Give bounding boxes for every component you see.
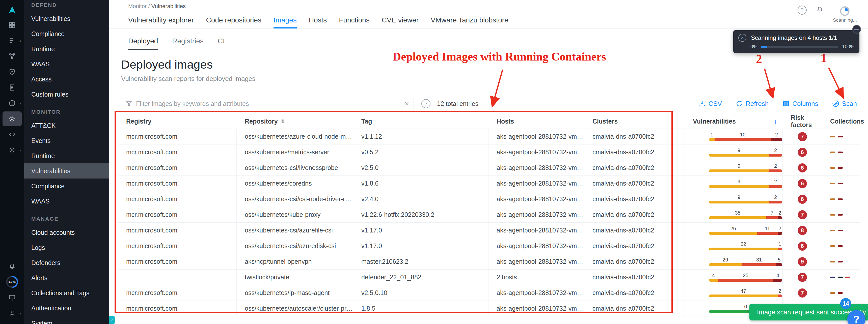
refresh-button-label: Refresh (746, 100, 769, 108)
scan-button[interactable]: Scan (832, 100, 857, 108)
table-row[interactable]: mcr.microsoft.comoss/kubernetes-csi/azur… (118, 238, 861, 254)
column-header-registry[interactable]: Registry (118, 114, 237, 129)
progress-start-label: 0% (750, 44, 757, 50)
risk-factor-badge: 8 (798, 226, 807, 235)
collection-chip (838, 245, 843, 247)
notifications-bell-icon[interactable] (2, 259, 22, 273)
column-header-risk-factors[interactable]: Risk factors (783, 114, 822, 129)
sidebar-item-alerts[interactable]: Alerts (24, 270, 109, 285)
columns-button[interactable]: Columns (782, 100, 818, 108)
sidebar-item-system[interactable]: System (24, 316, 109, 324)
sidebar-item-cloud-accounts[interactable]: Cloud accounts (24, 225, 109, 240)
sort-toggle-icon[interactable]: ⇅ (281, 119, 285, 124)
settings-gear-icon[interactable]: › (2, 143, 22, 157)
tab-code-repositories[interactable]: Code repositories (206, 11, 261, 28)
profile-icon[interactable]: › (2, 306, 22, 321)
vulnerability-bar: 92 (709, 195, 782, 203)
collection-chip (838, 167, 843, 169)
tab-vulnerability-explorer[interactable]: Vulnerability explorer (128, 11, 194, 28)
table-row[interactable]: mcr.microsoft.comoss/kubernetes/metrics-… (118, 144, 861, 160)
sidebar-item-events[interactable]: Events (24, 133, 109, 148)
vulnerability-count: 5 (776, 257, 782, 262)
table-row[interactable]: twistlock/privatedefender_22_01_8822 hos… (118, 269, 861, 285)
table-row[interactable]: mcr.microsoft.comoss/kubernetes-csi/azur… (118, 223, 861, 238)
usage-gauge[interactable]: 47% (2, 274, 22, 289)
filter-help-icon[interactable]: ? (422, 99, 431, 108)
csv-button[interactable]: CSV (699, 100, 722, 108)
sidebar-item-waas[interactable]: WAAS (24, 57, 109, 72)
sidebar-item-logs[interactable]: Logs (24, 240, 109, 255)
column-header-repository[interactable]: Repository⇅ (237, 114, 353, 129)
sidebar-item-defenders[interactable]: Defenders (24, 255, 109, 270)
vulnerability-segment (718, 279, 773, 282)
deploy-flow-icon[interactable] (2, 49, 22, 64)
table-row[interactable]: mcr.microsoft.comoss/kubernetes/azure-cl… (118, 129, 861, 144)
sort-desc-icon[interactable]: ↓ (774, 118, 777, 125)
tab-cve-viewer[interactable]: CVE viewer (382, 11, 418, 28)
subtab-deployed[interactable]: Deployed (128, 34, 158, 50)
tab-functions[interactable]: Functions (339, 11, 369, 28)
cancel-scan-icon[interactable]: ✕ (738, 34, 746, 42)
column-header-tag[interactable]: Tag (353, 114, 489, 129)
risk-factor-badge: 6 (798, 163, 807, 172)
tab-hosts[interactable]: Hosts (309, 11, 327, 28)
filter-funnel-icon (126, 100, 132, 107)
column-header-hosts[interactable]: Hosts (489, 114, 584, 129)
scan-report-icon[interactable] (2, 80, 22, 95)
table-row[interactable]: mcr.microsoft.comaks/hcp/tunnel-openvpnm… (118, 254, 861, 269)
vulnerability-segment (709, 279, 718, 282)
cell-collections (822, 254, 861, 269)
shield-icon[interactable] (2, 65, 22, 79)
incidents-alert-icon[interactable]: › (2, 96, 22, 110)
refresh-button[interactable]: Refresh (736, 100, 769, 108)
table-row[interactable]: mcr.microsoft.comoss/kubernetes/ip-masq-… (118, 285, 861, 301)
table-row[interactable]: mcr.microsoft.comoss/kubernetes/autoscal… (118, 301, 861, 317)
sidebar-item-authentication[interactable]: Authentication (24, 300, 109, 316)
filter-input[interactable] (136, 100, 404, 107)
column-header-vulnerabilities[interactable]: Vulnerabilities↓ (685, 114, 783, 129)
sidebar-item-vulnerabilities[interactable]: Vulnerabilities (24, 11, 109, 26)
policies-list-icon[interactable]: › (2, 33, 22, 48)
table-row[interactable]: mcr.microsoft.comoss/kubernetes/corednsv… (118, 176, 861, 191)
cell-clusters: cmalvia-dns-a0700fc2 (584, 285, 685, 300)
scan-status-indicator[interactable]: Scanning... (833, 5, 857, 23)
sidebar-item-collections-and-tags[interactable]: Collections and Tags (24, 285, 109, 300)
sidebar-item-waas[interactable]: WAAS (24, 194, 109, 209)
breadcrumb-section[interactable]: Monitor (128, 3, 147, 9)
cell-hosts: 2 hosts (489, 269, 584, 285)
code-icon[interactable] (2, 127, 22, 142)
page-title: Deployed images (121, 58, 868, 71)
sidebar-item-access[interactable]: Access (24, 72, 109, 87)
scanning-toast-message: Scanning images on 4 hosts 1/1 (751, 34, 837, 41)
table-row[interactable]: mcr.microsoft.comoss/kubernetes-csi/csi-… (118, 191, 861, 207)
sidebar-collapse-button[interactable]: ‹ (109, 316, 115, 324)
sidebar-item-att-ck[interactable]: ATT&CK (24, 118, 109, 133)
dashboard-icon[interactable] (2, 18, 22, 32)
sidebar-item-runtime[interactable]: Runtime (24, 41, 109, 57)
sidebar-item-compliance[interactable]: Compliance (24, 179, 109, 194)
cell-repository: oss/kubernetes/ip-masq-agent (237, 285, 353, 300)
radar-settings-icon[interactable] (2, 111, 22, 126)
notification-count-badge[interactable]: 14 (840, 298, 851, 309)
cell-tag: v2.4.0 (353, 191, 489, 207)
column-header-clusters[interactable]: Clusters (584, 114, 685, 129)
subtab-registries[interactable]: Registries (172, 34, 204, 50)
subtab-ci[interactable]: CI (218, 34, 225, 50)
column-header-collections[interactable]: Collections (822, 114, 864, 129)
sidebar-item-vulnerabilities[interactable]: Vulnerabilities (24, 163, 109, 179)
collection-chip (830, 261, 835, 262)
help-icon[interactable]: ? (798, 5, 807, 14)
tab-vmware-tanzu-blobstore[interactable]: VMware Tanzu blobstore (431, 11, 508, 28)
clear-filter-icon[interactable]: × (404, 100, 409, 107)
bell-icon[interactable] (816, 5, 824, 14)
tab-images[interactable]: Images (274, 11, 297, 28)
sidebar-item-custom-rules[interactable]: Custom rules (24, 87, 109, 102)
minimize-toast-button[interactable]: — (852, 25, 861, 34)
cell-tag: v1.22.6-hotfix.20220330.2 (353, 207, 489, 222)
table-row[interactable]: mcr.microsoft.comoss/kubernetes-csi/live… (118, 160, 861, 176)
console-monitor-icon[interactable] (2, 290, 22, 305)
table-row[interactable]: mcr.microsoft.comoss/kubernetes/kube-pro… (118, 207, 861, 223)
sidebar-item-compliance[interactable]: Compliance (24, 26, 109, 41)
sidebar-item-runtime[interactable]: Runtime (24, 148, 109, 163)
filter-box[interactable]: × (121, 97, 414, 110)
